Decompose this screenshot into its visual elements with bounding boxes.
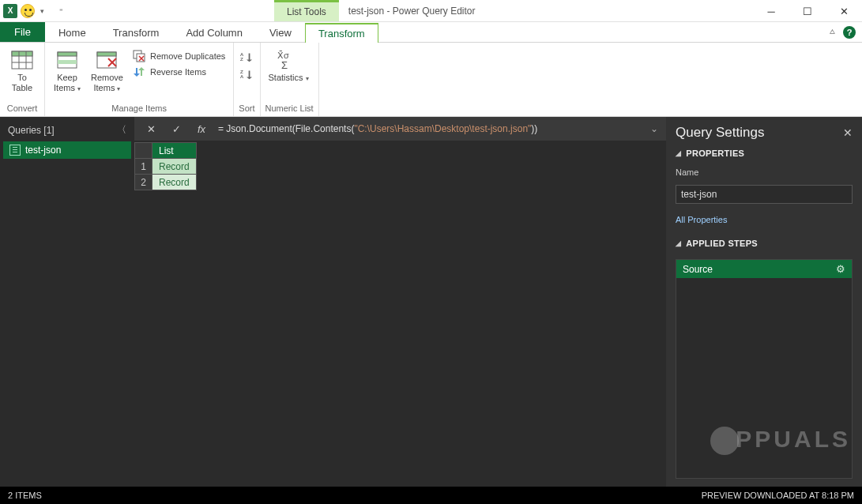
tab-transform[interactable]: Transform — [100, 22, 173, 42]
dropdown-arrow-icon: ▾ — [306, 75, 309, 82]
maximize-button[interactable]: ☐ — [789, 0, 826, 22]
remove-duplicates-label: Remove Duplicates — [150, 51, 225, 61]
reverse-items-button[interactable]: Reverse Items — [130, 65, 228, 79]
collapse-ribbon-icon[interactable]: ㅿ — [828, 26, 837, 38]
tab-list-transform[interactable]: Transform — [305, 23, 378, 43]
keep-items-button[interactable]: Keep Items ▾ — [50, 47, 85, 95]
help-icon[interactable]: ? — [843, 26, 856, 39]
workspace: Queries [1] 〈 test-json ✕ ✓ fx = Json.Do… — [0, 117, 862, 487]
group-label-convert: Convert — [5, 103, 40, 116]
column-header-list[interactable]: List — [152, 143, 197, 159]
svg-rect-9 — [97, 52, 116, 56]
table-icon — [9, 49, 35, 71]
svg-rect-1 — [12, 51, 32, 56]
keep-items-icon — [55, 49, 80, 71]
tab-add-column[interactable]: Add Column — [172, 22, 256, 42]
queries-panel: Queries [1] 〈 test-json — [0, 117, 134, 487]
sort-desc-icon: ZA — [240, 68, 253, 81]
group-label-numeric: Numeric List — [265, 103, 314, 116]
formula-expand-icon[interactable]: ⌄ — [650, 123, 658, 134]
statistics-icon: X̄σΣ — [276, 49, 301, 71]
row-number: 1 — [135, 159, 152, 175]
query-item[interactable]: test-json — [3, 141, 131, 159]
main-content: ✕ ✓ fx = Json.Document(File.Contents("C:… — [134, 117, 666, 487]
reverse-items-label: Reverse Items — [150, 67, 206, 77]
tab-file[interactable]: File — [0, 22, 45, 42]
cell-value[interactable]: Record — [152, 159, 197, 175]
svg-text:Σ: Σ — [281, 59, 288, 70]
remove-items-icon — [94, 49, 119, 71]
status-preview-time: PREVIEW DOWNLOADED AT 8:18 PM — [702, 491, 854, 500]
formula-cancel-icon[interactable]: ✕ — [142, 120, 160, 137]
svg-rect-6 — [58, 52, 77, 56]
formula-input[interactable]: = Json.Document(File.Contents("C:\Users\… — [218, 123, 642, 134]
formula-string: "C:\Users\Hassam\Desktop\test-json.json" — [354, 123, 531, 134]
applied-step-item[interactable]: Source ⚙ — [676, 260, 852, 278]
table-row[interactable]: 2 Record — [135, 175, 197, 190]
queries-panel-header[interactable]: Queries [1] 〈 — [3, 122, 131, 141]
close-settings-icon[interactable]: ✕ — [843, 126, 853, 139]
quick-access-overflow-icon[interactable]: ⁼ — [57, 7, 66, 15]
close-button[interactable]: ✕ — [826, 0, 862, 22]
formula-prefix: = Json.Document(File.Contents( — [218, 123, 354, 134]
properties-header-label: PROPERTIES — [686, 149, 744, 158]
cell-value[interactable]: Record — [152, 175, 197, 190]
applied-step-label: Source — [683, 264, 713, 275]
applied-steps-header-label: APPLIED STEPS — [686, 239, 758, 248]
keep-items-label: Keep Items ▾ — [54, 73, 81, 93]
row-number: 2 — [135, 175, 152, 190]
svg-rect-7 — [58, 60, 77, 64]
ribbon-group-numeric: X̄σΣ Statistics ▾ Numeric List — [261, 43, 319, 116]
remove-duplicates-icon — [133, 50, 145, 62]
properties-section-header[interactable]: ◢ PROPERTIES — [676, 149, 853, 158]
all-properties-link[interactable]: All Properties — [676, 215, 853, 224]
collapse-triangle-icon: ◢ — [676, 149, 681, 157]
formula-suffix: )) — [531, 123, 537, 134]
status-item-count: 2 ITEMS — [8, 491, 42, 500]
applied-steps-section-header[interactable]: ◢ APPLIED STEPS — [676, 239, 853, 248]
excel-app-icon: X — [3, 4, 17, 18]
statistics-button[interactable]: X̄σΣ Statistics ▾ — [265, 47, 312, 85]
sort-asc-button[interactable]: AZ — [239, 49, 254, 65]
ribbon-group-manage: Keep Items ▾ Remove Items ▾ Remove Dupli… — [45, 43, 234, 116]
table-corner[interactable] — [135, 143, 152, 159]
ribbon: To Table Convert Keep Items ▾ Remove Ite… — [0, 43, 862, 117]
svg-text:A: A — [240, 73, 244, 79]
dropdown-arrow-icon: ▾ — [77, 85, 81, 92]
query-name-input[interactable] — [676, 185, 853, 204]
ribbon-group-convert: To Table Convert — [0, 43, 45, 116]
tab-view[interactable]: View — [256, 22, 305, 42]
reverse-items-icon — [133, 66, 145, 78]
formula-commit-icon[interactable]: ✓ — [168, 120, 185, 137]
ribbon-tabstrip: File Home Transform Add Column View Tran… — [0, 22, 862, 43]
sort-desc-button[interactable]: ZA — [239, 66, 254, 82]
gear-icon[interactable]: ⚙ — [836, 263, 845, 275]
data-preview: List 1 Record 2 Record — [134, 141, 666, 487]
status-bar: 2 ITEMS PREVIEW DOWNLOADED AT 8:18 PM — [0, 487, 862, 504]
titlebar: X ▾ ⁼ List Tools test-json - Power Query… — [0, 0, 862, 22]
formula-bar: ✕ ✓ fx = Json.Document(File.Contents("C:… — [134, 117, 666, 141]
group-label-manage: Manage Items — [50, 103, 228, 116]
window-title: test-json - Power Query Editor — [339, 0, 753, 21]
applied-steps-list: Source ⚙ — [676, 259, 853, 479]
remove-items-button[interactable]: Remove Items ▾ — [88, 47, 126, 95]
collapse-triangle-icon: ◢ — [676, 239, 681, 247]
to-table-button[interactable]: To Table — [5, 47, 40, 95]
remove-items-label: Remove Items ▾ — [91, 73, 123, 93]
query-settings-title: Query Settings — [676, 125, 764, 141]
quick-access-dropdown-icon[interactable]: ▾ — [38, 7, 47, 15]
ribbon-group-sort: AZ ZA Sort — [234, 43, 260, 116]
formula-fx-icon[interactable]: fx — [193, 120, 210, 137]
query-item-label: test-json — [25, 145, 61, 156]
table-row[interactable]: 1 Record — [135, 159, 197, 175]
minimize-button[interactable]: ─ — [753, 0, 789, 22]
collapse-panel-icon[interactable]: 〈 — [117, 123, 126, 137]
remove-duplicates-button[interactable]: Remove Duplicates — [130, 49, 228, 63]
queries-header-label: Queries [1] — [8, 125, 55, 136]
name-label: Name — [676, 167, 853, 177]
autosave-smiley-icon — [21, 4, 35, 18]
query-settings-panel: Query Settings ✕ ◢ PROPERTIES Name All P… — [666, 117, 862, 487]
tab-home[interactable]: Home — [45, 22, 100, 42]
statistics-label: Statistics ▾ — [269, 73, 309, 83]
query-table-icon — [9, 145, 21, 156]
